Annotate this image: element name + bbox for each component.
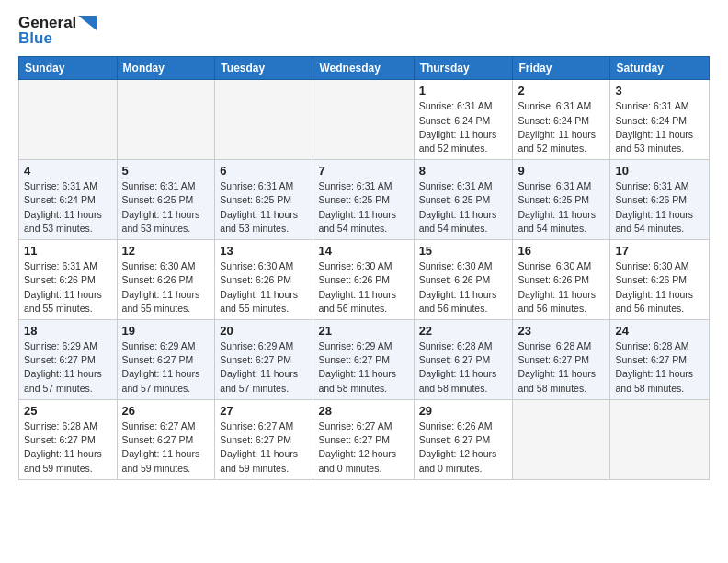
- day-number: 21: [318, 324, 408, 338]
- calendar-day-cell: 23Sunrise: 6:28 AMSunset: 6:27 PMDayligh…: [513, 320, 610, 400]
- calendar-day-cell: 29Sunrise: 6:26 AMSunset: 6:27 PMDayligh…: [414, 399, 513, 479]
- svg-marker-0: [78, 16, 97, 30]
- day-info: Sunrise: 6:30 AMSunset: 6:26 PMDaylight:…: [122, 259, 210, 316]
- day-of-week-header: Thursday: [414, 57, 513, 80]
- day-number: 4: [24, 164, 112, 178]
- day-of-week-header: Friday: [513, 57, 610, 80]
- day-number: 1: [419, 84, 508, 98]
- calendar-day-cell: 28Sunrise: 6:27 AMSunset: 6:27 PMDayligh…: [313, 399, 414, 479]
- calendar-week-row: 4Sunrise: 6:31 AMSunset: 6:24 PMDaylight…: [19, 160, 710, 240]
- calendar-table: SundayMondayTuesdayWednesdayThursdayFrid…: [18, 56, 710, 479]
- day-of-week-header: Wednesday: [313, 57, 414, 80]
- calendar-day-cell: 2Sunrise: 6:31 AMSunset: 6:24 PMDaylight…: [513, 80, 610, 160]
- logo-blue: Blue: [18, 30, 52, 48]
- day-info: Sunrise: 6:30 AMSunset: 6:26 PMDaylight:…: [318, 259, 408, 316]
- day-number: 7: [318, 164, 408, 178]
- day-info: Sunrise: 6:29 AMSunset: 6:27 PMDaylight:…: [122, 339, 210, 396]
- calendar-week-row: 25Sunrise: 6:28 AMSunset: 6:27 PMDayligh…: [19, 399, 710, 479]
- day-info: Sunrise: 6:27 AMSunset: 6:27 PMDaylight:…: [122, 419, 210, 476]
- day-of-week-header: Monday: [117, 57, 215, 80]
- calendar-day-cell: 8Sunrise: 6:31 AMSunset: 6:25 PMDaylight…: [414, 160, 513, 240]
- day-info: Sunrise: 6:26 AMSunset: 6:27 PMDaylight:…: [419, 419, 508, 476]
- day-number: 23: [518, 324, 605, 338]
- page-header: General Blue: [18, 15, 710, 47]
- calendar-day-cell: [19, 80, 118, 160]
- day-number: 9: [518, 164, 605, 178]
- day-info: Sunrise: 6:31 AMSunset: 6:24 PMDaylight:…: [419, 99, 508, 155]
- day-info: Sunrise: 6:28 AMSunset: 6:27 PMDaylight:…: [518, 339, 605, 396]
- day-info: Sunrise: 6:30 AMSunset: 6:26 PMDaylight:…: [518, 259, 605, 316]
- day-number: 20: [220, 324, 308, 338]
- day-of-week-header: Sunday: [19, 57, 118, 80]
- calendar-day-cell: [610, 399, 710, 479]
- day-number: 24: [615, 324, 704, 338]
- calendar-day-cell: [117, 80, 215, 160]
- day-number: 29: [419, 404, 508, 418]
- day-info: Sunrise: 6:29 AMSunset: 6:27 PMDaylight:…: [24, 339, 112, 396]
- day-info: Sunrise: 6:31 AMSunset: 6:25 PMDaylight:…: [220, 179, 308, 236]
- day-number: 10: [615, 164, 704, 178]
- day-info: Sunrise: 6:31 AMSunset: 6:24 PMDaylight:…: [615, 99, 704, 155]
- day-number: 19: [122, 324, 210, 338]
- calendar-day-cell: 6Sunrise: 6:31 AMSunset: 6:25 PMDaylight…: [215, 160, 313, 240]
- day-number: 17: [615, 244, 704, 258]
- day-info: Sunrise: 6:28 AMSunset: 6:27 PMDaylight:…: [615, 339, 704, 396]
- day-number: 12: [122, 244, 210, 258]
- day-info: Sunrise: 6:29 AMSunset: 6:27 PMDaylight:…: [220, 339, 308, 396]
- calendar-day-cell: 14Sunrise: 6:30 AMSunset: 6:26 PMDayligh…: [313, 240, 414, 320]
- calendar-day-cell: 5Sunrise: 6:31 AMSunset: 6:25 PMDaylight…: [117, 160, 215, 240]
- day-info: Sunrise: 6:30 AMSunset: 6:26 PMDaylight:…: [615, 259, 704, 316]
- logo-arrow-icon: [78, 16, 97, 30]
- day-info: Sunrise: 6:31 AMSunset: 6:25 PMDaylight:…: [419, 179, 508, 236]
- day-number: 26: [122, 404, 210, 418]
- day-number: 15: [419, 244, 508, 258]
- day-info: Sunrise: 6:27 AMSunset: 6:27 PMDaylight:…: [220, 419, 308, 476]
- day-info: Sunrise: 6:31 AMSunset: 6:25 PMDaylight:…: [318, 179, 408, 236]
- calendar-day-cell: 4Sunrise: 6:31 AMSunset: 6:24 PMDaylight…: [19, 160, 118, 240]
- calendar-day-cell: 1Sunrise: 6:31 AMSunset: 6:24 PMDaylight…: [414, 80, 513, 160]
- calendar-day-cell: 3Sunrise: 6:31 AMSunset: 6:24 PMDaylight…: [610, 80, 710, 160]
- day-info: Sunrise: 6:31 AMSunset: 6:25 PMDaylight:…: [122, 179, 210, 236]
- calendar-week-row: 1Sunrise: 6:31 AMSunset: 6:24 PMDaylight…: [19, 80, 710, 160]
- day-number: 18: [24, 324, 112, 338]
- day-number: 2: [518, 84, 605, 98]
- day-number: 14: [318, 244, 408, 258]
- day-number: 11: [24, 244, 112, 258]
- day-number: 8: [419, 164, 508, 178]
- day-info: Sunrise: 6:31 AMSunset: 6:26 PMDaylight:…: [24, 259, 112, 316]
- calendar-day-cell: 20Sunrise: 6:29 AMSunset: 6:27 PMDayligh…: [215, 320, 313, 400]
- day-number: 27: [220, 404, 308, 418]
- day-number: 25: [24, 404, 112, 418]
- day-info: Sunrise: 6:31 AMSunset: 6:24 PMDaylight:…: [24, 179, 112, 236]
- calendar-day-cell: 7Sunrise: 6:31 AMSunset: 6:25 PMDaylight…: [313, 160, 414, 240]
- day-info: Sunrise: 6:27 AMSunset: 6:27 PMDaylight:…: [318, 419, 408, 476]
- calendar-day-cell: 18Sunrise: 6:29 AMSunset: 6:27 PMDayligh…: [19, 320, 118, 400]
- calendar-week-row: 18Sunrise: 6:29 AMSunset: 6:27 PMDayligh…: [19, 320, 710, 400]
- calendar-day-cell: 11Sunrise: 6:31 AMSunset: 6:26 PMDayligh…: [19, 240, 118, 320]
- calendar-day-cell: 24Sunrise: 6:28 AMSunset: 6:27 PMDayligh…: [610, 320, 710, 400]
- calendar-day-cell: 22Sunrise: 6:28 AMSunset: 6:27 PMDayligh…: [414, 320, 513, 400]
- calendar-day-cell: 15Sunrise: 6:30 AMSunset: 6:26 PMDayligh…: [414, 240, 513, 320]
- day-info: Sunrise: 6:28 AMSunset: 6:27 PMDaylight:…: [419, 339, 508, 396]
- logo: General Blue: [18, 15, 97, 47]
- calendar-day-cell: 12Sunrise: 6:30 AMSunset: 6:26 PMDayligh…: [117, 240, 215, 320]
- day-number: 28: [318, 404, 408, 418]
- day-number: 22: [419, 324, 508, 338]
- day-info: Sunrise: 6:28 AMSunset: 6:27 PMDaylight:…: [24, 419, 112, 476]
- calendar-week-row: 11Sunrise: 6:31 AMSunset: 6:26 PMDayligh…: [19, 240, 710, 320]
- calendar-day-cell: 25Sunrise: 6:28 AMSunset: 6:27 PMDayligh…: [19, 399, 118, 479]
- calendar-day-cell: [313, 80, 414, 160]
- calendar-day-cell: 19Sunrise: 6:29 AMSunset: 6:27 PMDayligh…: [117, 320, 215, 400]
- calendar-day-cell: 21Sunrise: 6:29 AMSunset: 6:27 PMDayligh…: [313, 320, 414, 400]
- day-number: 13: [220, 244, 308, 258]
- day-number: 5: [122, 164, 210, 178]
- calendar-day-cell: [513, 399, 610, 479]
- day-info: Sunrise: 6:31 AMSunset: 6:26 PMDaylight:…: [615, 179, 704, 236]
- calendar-day-cell: [215, 80, 313, 160]
- calendar-header-row: SundayMondayTuesdayWednesdayThursdayFrid…: [19, 57, 710, 80]
- day-of-week-header: Saturday: [610, 57, 710, 80]
- calendar-day-cell: 27Sunrise: 6:27 AMSunset: 6:27 PMDayligh…: [215, 399, 313, 479]
- calendar-day-cell: 9Sunrise: 6:31 AMSunset: 6:25 PMDaylight…: [513, 160, 610, 240]
- day-info: Sunrise: 6:30 AMSunset: 6:26 PMDaylight:…: [419, 259, 508, 316]
- calendar-day-cell: 16Sunrise: 6:30 AMSunset: 6:26 PMDayligh…: [513, 240, 610, 320]
